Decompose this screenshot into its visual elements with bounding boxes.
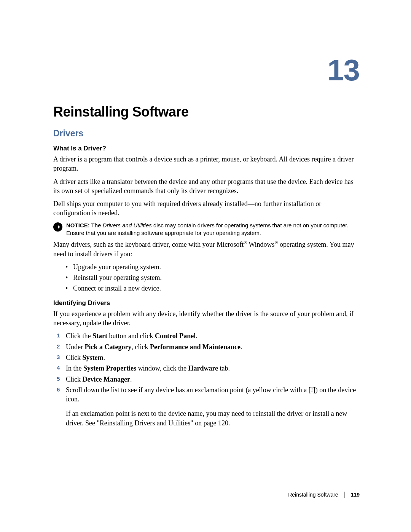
section-drivers-heading: Drivers <box>53 128 360 139</box>
bold: System Properties <box>83 364 136 372</box>
paragraph: If an exclamation point is next to the d… <box>66 409 360 428</box>
bold: Start <box>92 332 107 340</box>
page-title: Reinstalling Software <box>53 104 360 120</box>
list-item: Reinstall your operating system. <box>73 273 360 282</box>
list-item: Upgrade your operating system. <box>73 262 360 272</box>
footer-label: Reinstalling Software <box>288 492 338 498</box>
paragraph: If you experience a problem with any dev… <box>53 309 360 328</box>
chapter-number: 13 <box>53 55 360 85</box>
bold: Pick a Category <box>84 343 131 351</box>
step-item: Click System. <box>66 353 360 362</box>
bold: Device Manager <box>83 375 130 383</box>
ordered-steps: Click the Start button and click Control… <box>53 331 360 428</box>
text: Many drivers, such as the keyboard drive… <box>53 241 244 248</box>
notice-label: NOTICE: <box>66 222 90 228</box>
text: Click <box>66 375 83 383</box>
notice-block: NOTICE: The Drivers and Utilities disc m… <box>53 222 360 237</box>
text: . <box>104 354 105 361</box>
text: tab. <box>218 364 230 372</box>
step-item: Click the Start button and click Control… <box>66 331 360 340</box>
paragraph: A driver is a program that controls a de… <box>53 155 360 173</box>
page-number: 119 <box>351 492 360 498</box>
step-item: Click Device Manager. <box>66 375 360 384</box>
text: Click the <box>66 332 92 340</box>
text: In the <box>66 364 83 372</box>
notice-emphasis: Drivers and Utilities <box>103 222 152 228</box>
subsection-what-is-a-driver: What Is a Driver? <box>53 145 360 152</box>
text: Click <box>66 354 83 361</box>
text: Windows <box>247 241 274 248</box>
bold: Control Panel <box>155 332 196 340</box>
text: , click <box>131 343 150 351</box>
text: . <box>241 343 242 351</box>
step-item: Under Pick a Category, click Performance… <box>66 342 360 351</box>
list-item: Connect or install a new device. <box>73 284 360 293</box>
bold: System <box>83 354 104 361</box>
paragraph: Many drivers, such as the keyboard drive… <box>53 240 360 259</box>
text: Scroll down the list to see if any devic… <box>66 386 356 403</box>
bold: Performance and Maintenance <box>150 343 241 351</box>
step-item: Scroll down the list to see if any devic… <box>66 385 360 428</box>
page-footer: Reinstalling Software 119 <box>288 492 360 498</box>
notice-pre: The <box>90 222 103 228</box>
text: . <box>130 375 132 383</box>
paragraph: A driver acts like a translator between … <box>53 177 360 196</box>
bullet-list: Upgrade your operating system. Reinstall… <box>53 262 360 293</box>
text: . <box>196 332 198 340</box>
notice-arrow-icon <box>53 222 62 232</box>
notice-text: NOTICE: The Drivers and Utilities disc m… <box>66 222 360 237</box>
text: button and click <box>107 332 155 340</box>
text: Under <box>66 343 84 351</box>
step-item: In the System Properties window, click t… <box>66 364 360 373</box>
paragraph: Dell ships your computer to you with req… <box>53 199 360 218</box>
registered-mark-icon: ® <box>244 240 247 245</box>
subsection-identifying-drivers: Identifying Drivers <box>53 299 360 307</box>
text: window, click the <box>136 364 188 372</box>
bold: Hardware <box>188 364 218 372</box>
footer-divider <box>344 492 345 498</box>
